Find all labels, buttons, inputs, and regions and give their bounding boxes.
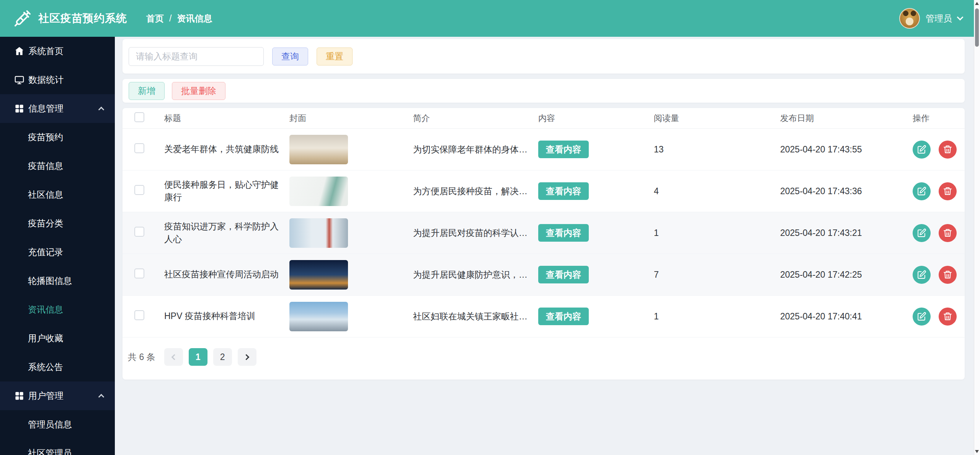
article-summary: 社区妇联在城关镇王家畈社… bbox=[413, 311, 538, 322]
sidebar-item-vaccine-category[interactable]: 疫苗分类 bbox=[0, 209, 115, 238]
cover-image[interactable] bbox=[289, 135, 348, 164]
sidebar-item-data-stats[interactable]: 数据统计 bbox=[0, 65, 115, 94]
article-summary: 为提升居民对疫苗的科学认… bbox=[413, 227, 538, 239]
app-header: 社区疫苗预约系统 首页 / 资讯信息 管理员 bbox=[0, 0, 974, 37]
view-content-button[interactable]: 查看内容 bbox=[538, 141, 589, 158]
sidebar-item-carousel-info[interactable]: 轮播图信息 bbox=[0, 267, 115, 295]
cover-image[interactable] bbox=[289, 218, 348, 248]
view-count: 1 bbox=[654, 228, 780, 238]
article-title: 社区疫苗接种宣传周活动启动 bbox=[164, 268, 289, 281]
pagination: 共 6 条 1 2 bbox=[122, 337, 965, 377]
delete-button[interactable] bbox=[939, 308, 957, 326]
breadcrumb-home[interactable]: 首页 bbox=[146, 13, 164, 25]
scrollbar[interactable] bbox=[974, 0, 980, 455]
delete-button[interactable] bbox=[939, 182, 957, 200]
sidebar-item-community-admin[interactable]: 社区管理员 bbox=[0, 439, 115, 455]
user-menu[interactable]: 管理员 bbox=[899, 8, 962, 29]
sidebar-item-label: 管理员信息 bbox=[28, 419, 72, 430]
batch-delete-button[interactable]: 批量删除 bbox=[172, 82, 225, 100]
sidebar-item-vaccine-info[interactable]: 疫苗信息 bbox=[0, 152, 115, 180]
sidebar-item-news-info[interactable]: 资讯信息 bbox=[0, 295, 115, 324]
table-row: 关爱老年群体，共筑健康防线 为切实保障老年群体的身体… 查看内容 13 2025… bbox=[122, 129, 965, 170]
sidebar-group-user-management[interactable]: 用户管理 bbox=[0, 381, 115, 410]
table-row: 疫苗知识进万家，科学防护入人心 为提升居民对疫苗的科学认… 查看内容 1 202… bbox=[122, 212, 965, 254]
page-button-2[interactable]: 2 bbox=[213, 348, 232, 366]
scrollbar-thumb[interactable] bbox=[975, 8, 979, 47]
sidebar-item-label: 用户收藏 bbox=[28, 332, 63, 344]
avatar[interactable] bbox=[899, 8, 920, 29]
sidebar-item-recharge-records[interactable]: 充值记录 bbox=[0, 238, 115, 267]
breadcrumb-separator: / bbox=[169, 13, 172, 24]
edit-icon bbox=[917, 312, 926, 321]
sidebar-item-vaccine-appointment[interactable]: 疫苗预约 bbox=[0, 123, 115, 152]
add-button[interactable]: 新增 bbox=[129, 82, 165, 100]
row-checkbox[interactable] bbox=[134, 143, 144, 153]
toolbar-panel: 新增 批量删除 bbox=[122, 79, 965, 103]
edit-button[interactable] bbox=[913, 224, 931, 242]
article-title: 关爱老年群体，共筑健康防线 bbox=[164, 143, 289, 155]
delete-button[interactable] bbox=[939, 224, 957, 242]
view-content-button[interactable]: 查看内容 bbox=[538, 182, 589, 200]
edit-icon bbox=[917, 228, 926, 238]
breadcrumb: 首页 / 资讯信息 bbox=[146, 13, 212, 25]
sidebar-item-community-info[interactable]: 社区信息 bbox=[0, 180, 115, 209]
cover-image[interactable] bbox=[289, 260, 348, 290]
table-header-row: 标题 封面 简介 内容 阅读量 发布日期 操作 bbox=[122, 108, 965, 129]
sidebar-item-label: 轮播图信息 bbox=[28, 275, 72, 287]
publish-date: 2025-04-20 17:43:21 bbox=[780, 228, 913, 238]
view-count: 7 bbox=[654, 270, 780, 280]
trash-icon bbox=[943, 270, 952, 280]
row-checkbox[interactable] bbox=[134, 310, 144, 320]
view-content-button[interactable]: 查看内容 bbox=[538, 308, 589, 325]
row-checkbox[interactable] bbox=[134, 227, 144, 237]
title-search-input[interactable] bbox=[129, 47, 264, 66]
grid-icon bbox=[14, 391, 24, 401]
column-content: 内容 bbox=[538, 113, 654, 124]
sidebar-item-user-favorites[interactable]: 用户收藏 bbox=[0, 324, 115, 353]
prev-page-button[interactable] bbox=[164, 348, 183, 366]
next-page-button[interactable] bbox=[238, 348, 256, 366]
scroll-up-icon[interactable] bbox=[975, 2, 979, 5]
row-checkbox[interactable] bbox=[134, 268, 144, 278]
page-button-1[interactable]: 1 bbox=[189, 348, 207, 366]
publish-date: 2025-04-20 17:40:41 bbox=[780, 311, 913, 322]
sidebar-item-label: 疫苗预约 bbox=[28, 131, 63, 143]
sidebar-item-admin-info[interactable]: 管理员信息 bbox=[0, 410, 115, 439]
search-panel: 查询 重置 bbox=[122, 39, 965, 74]
article-title: HPV 疫苗接种科普培训 bbox=[164, 310, 289, 322]
column-summary: 简介 bbox=[413, 113, 538, 124]
main-content: 查询 重置 新增 批量删除 标题 封面 简介 内容 阅读量 发布日期 操作 关爱… bbox=[115, 37, 974, 455]
select-all-checkbox[interactable] bbox=[134, 112, 144, 122]
edit-button[interactable] bbox=[913, 141, 931, 159]
reset-button[interactable]: 重置 bbox=[317, 47, 353, 65]
sidebar-group-label: 用户管理 bbox=[28, 390, 64, 402]
table-row: 社区疫苗接种宣传周活动启动 为提升居民健康防护意识，… 查看内容 7 2025-… bbox=[122, 254, 965, 296]
delete-button[interactable] bbox=[939, 266, 957, 284]
syringe-icon bbox=[14, 10, 31, 27]
edit-icon bbox=[917, 145, 926, 154]
cover-image[interactable] bbox=[289, 302, 348, 331]
chevron-right-icon bbox=[243, 354, 249, 360]
edit-button[interactable] bbox=[913, 182, 931, 200]
query-button[interactable]: 查询 bbox=[272, 47, 308, 65]
view-content-button[interactable]: 查看内容 bbox=[538, 224, 589, 242]
table-row: HPV 疫苗接种科普培训 社区妇联在城关镇王家畈社… 查看内容 1 2025-0… bbox=[122, 296, 965, 337]
cover-image[interactable] bbox=[289, 177, 348, 206]
column-cover: 封面 bbox=[289, 113, 413, 124]
scroll-down-icon[interactable] bbox=[975, 450, 979, 453]
delete-button[interactable] bbox=[939, 141, 957, 159]
sidebar-item-system-home[interactable]: 系统首页 bbox=[0, 37, 115, 65]
edit-button[interactable] bbox=[913, 308, 931, 326]
article-summary: 为提升居民健康防护意识，… bbox=[413, 269, 538, 281]
trash-icon bbox=[943, 145, 952, 154]
sidebar-group-info-management[interactable]: 信息管理 bbox=[0, 94, 115, 123]
edit-button[interactable] bbox=[913, 266, 931, 284]
sidebar-group-label: 信息管理 bbox=[28, 103, 64, 115]
sidebar-item-label: 社区信息 bbox=[28, 189, 63, 201]
home-icon bbox=[14, 46, 24, 56]
row-checkbox[interactable] bbox=[134, 185, 144, 195]
sidebar-item-label: 系统公告 bbox=[28, 361, 63, 373]
sidebar-item-system-announcements[interactable]: 系统公告 bbox=[0, 353, 115, 381]
view-content-button[interactable]: 查看内容 bbox=[538, 266, 589, 283]
sidebar-item-label: 数据统计 bbox=[28, 74, 64, 86]
